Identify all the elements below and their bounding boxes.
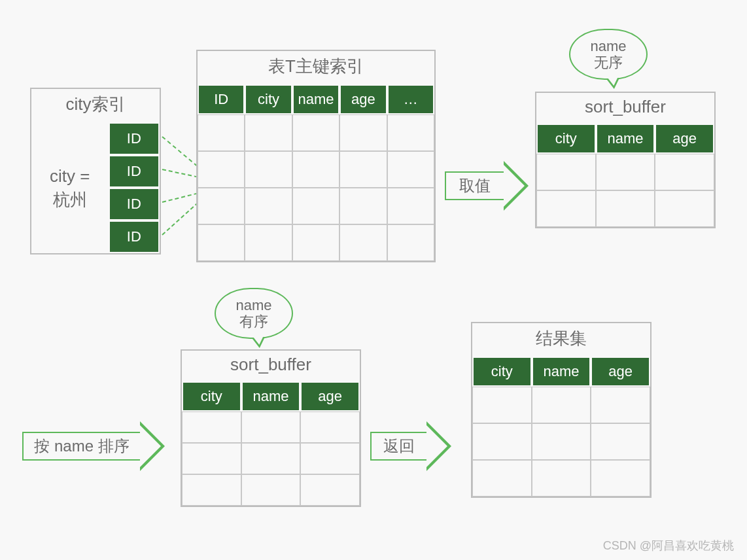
arrow-fetch: 取值 [445, 161, 529, 211]
primary-index-title: 表T主键索引 [198, 51, 434, 84]
arrow-label: 取值 [445, 171, 504, 200]
col-more: … [387, 84, 434, 114]
table-row [198, 151, 434, 188]
table-row [182, 443, 360, 474]
col-city: city [182, 381, 241, 411]
col-age: age [591, 357, 650, 387]
city-index-box: city索引 city = 杭州 ID ID ID ID [30, 88, 161, 254]
result-set-title: 结果集 [472, 323, 650, 357]
id-cell: ID [109, 122, 160, 155]
arrow-label: 返回 [370, 432, 426, 461]
col-city: city [536, 124, 596, 154]
bubble-unordered: name 无序 [569, 29, 648, 80]
table-row [472, 423, 650, 460]
arrow-head-icon [504, 161, 529, 211]
col-age: age [339, 84, 387, 114]
table-header-row: city name age [472, 357, 650, 387]
table-row [536, 190, 714, 227]
table-row [182, 474, 360, 506]
table-header-row: city name age [536, 124, 714, 154]
col-name: name [532, 357, 591, 387]
bubble-tail-icon [252, 337, 266, 349]
dashed-connector [162, 202, 198, 236]
col-age: age [655, 124, 714, 154]
watermark-text: CSDN @阿昌喜欢吃黄桃 [603, 538, 734, 553]
arrow-return: 返回 [370, 421, 451, 471]
id-cell: ID [109, 188, 160, 220]
table-header-row: ID city name age … [198, 84, 434, 114]
col-age: age [300, 381, 360, 411]
sort-buffer-title: sort_buffer [536, 93, 714, 124]
col-city: city [472, 357, 532, 387]
col-name: name [596, 124, 655, 154]
bubble-tail-icon [606, 78, 621, 90]
primary-index-box: 表T主键索引 ID city name age … [196, 50, 436, 262]
city-condition: city = 杭州 [31, 122, 109, 253]
col-name: name [241, 381, 301, 411]
sort-buffer-unordered-box: sort_buffer city name age [535, 92, 716, 228]
table-row [182, 411, 360, 443]
arrow-label: 按 name 排序 [22, 432, 140, 461]
table-row [198, 224, 434, 261]
col-name: name [292, 84, 339, 114]
arrow-head-icon [140, 421, 165, 471]
dashed-connector [162, 136, 198, 167]
table-row [198, 188, 434, 224]
city-index-title: city索引 [31, 89, 160, 122]
col-id: ID [198, 84, 245, 114]
table-row [472, 387, 650, 423]
table-header-row: city name age [182, 381, 360, 411]
id-cell: ID [109, 220, 160, 253]
col-city: city [245, 84, 292, 114]
table-row [198, 114, 434, 151]
sort-buffer-title: sort_buffer [182, 351, 360, 381]
bubble-ordered: name 有序 [215, 288, 293, 339]
table-row [536, 154, 714, 190]
result-set-box: 结果集 city name age [471, 322, 651, 498]
arrow-sort: 按 name 排序 [22, 421, 165, 471]
table-row [472, 460, 650, 497]
arrow-head-icon [426, 421, 451, 471]
id-cell: ID [109, 155, 160, 188]
sort-buffer-ordered-box: sort_buffer city name age [181, 349, 361, 507]
